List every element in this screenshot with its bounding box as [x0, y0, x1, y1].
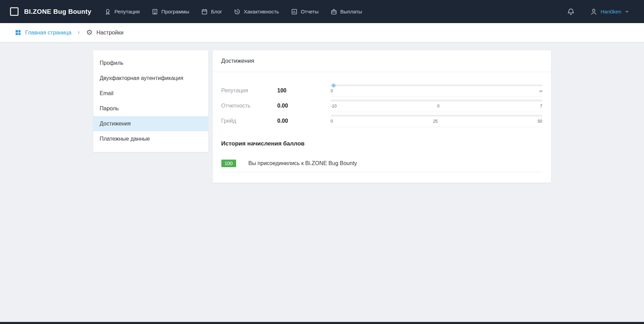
tick-max: 7	[540, 104, 542, 109]
sidebar-item-profile[interactable]: Профиль	[93, 55, 208, 71]
metric-row-reporting: Отчетность 0.00 -10 0 7	[221, 99, 542, 113]
metric-row-grade: Грейд 0.00 0 25 50	[221, 114, 542, 128]
tick-min: 0	[331, 89, 333, 93]
settings-container: Профиль Двухфакторная аутентификация Ema…	[93, 50, 551, 183]
metric-value: 0.00	[277, 103, 331, 109]
breadcrumb-home-link[interactable]: Главная страница	[15, 29, 71, 36]
panel-body: Репутация 100 0 ∞	[213, 72, 551, 183]
metric-label: Грейд	[221, 118, 277, 124]
sidebar-item-email[interactable]: Email	[93, 86, 208, 101]
nav-item-activity[interactable]: Хакактивность	[234, 8, 279, 15]
slider-track	[331, 100, 542, 101]
nav-item-label: Блог	[211, 9, 222, 14]
nav-item-label: Выплаты	[340, 9, 362, 14]
tick-min: -10	[331, 104, 337, 109]
metric-label: Отчетность	[221, 103, 277, 109]
panel-title: Достижения	[213, 50, 551, 72]
breadcrumb-current: ⚙ Настройки	[86, 29, 123, 36]
user-menu[interactable]: Han0ken	[590, 8, 630, 16]
slider-track	[331, 84, 542, 86]
scale-ticks: 0 ∞	[331, 89, 542, 93]
main-nav: Репутация Программы Блог Хакактивность	[104, 8, 362, 15]
reputation-scale: 0 ∞	[331, 84, 542, 97]
reports-icon	[291, 8, 298, 15]
metrics-list: Репутация 100 0 ∞	[221, 78, 542, 128]
chevron-down-icon	[624, 9, 630, 14]
slider-track	[331, 115, 542, 117]
nav-item-programs[interactable]: Программы	[151, 8, 189, 15]
blog-icon	[201, 8, 208, 15]
slider-thumb	[331, 83, 335, 87]
nav-item-payouts[interactable]: Выплаты	[330, 8, 362, 15]
nav-item-blog[interactable]: Блог	[201, 8, 222, 15]
metric-value: 0.00	[277, 118, 331, 124]
brand-title: BI.ZONE Bug Bounty	[24, 8, 91, 16]
metric-value: 100	[277, 88, 331, 94]
sidebar-item-two-factor[interactable]: Двухфакторная аутентификация	[93, 71, 208, 86]
history-entry-text: Вы присоединились к Bi.ZONE Bug Bounty	[249, 160, 357, 166]
nav-item-label: Репутация	[114, 9, 139, 14]
sidebar-item-payment-data[interactable]: Платежные данные	[93, 131, 208, 146]
payouts-icon	[330, 8, 337, 15]
breadcrumb-separator-icon	[77, 31, 81, 34]
sidebar-item-password[interactable]: Пароль	[93, 101, 208, 116]
metric-row-reputation: Репутация 100 0 ∞	[221, 84, 542, 98]
user-icon	[590, 8, 598, 16]
reporting-scale: -10 0 7	[331, 100, 542, 112]
programs-icon	[151, 8, 158, 15]
reputation-icon	[104, 8, 111, 15]
navbar-right: Han0ken	[567, 8, 630, 16]
history-entry: 100 Вы присоединились к Bi.ZONE Bug Boun…	[221, 160, 542, 172]
breadcrumb-home-label: Главная страница	[25, 30, 71, 36]
brand-home-link[interactable]: BI.ZONE Bug Bounty	[9, 6, 91, 17]
nav-item-reports[interactable]: Отчеты	[291, 8, 319, 15]
notifications-bell-icon[interactable]	[567, 8, 575, 16]
breadcrumb-current-label: Настройки	[96, 30, 123, 36]
grade-scale: 0 25 50	[331, 115, 542, 127]
scale-ticks: 0 25 50	[331, 119, 542, 124]
tick-max: ∞	[539, 89, 542, 93]
footer-strip	[0, 322, 644, 324]
page: BI.ZONE Bug Bounty Репутация Программы Б…	[0, 0, 644, 324]
gear-icon: ⚙	[86, 29, 93, 36]
tick-mid: 0	[437, 104, 440, 109]
nav-item-reputation[interactable]: Репутация	[104, 8, 139, 15]
bizone-logo-icon	[9, 6, 20, 17]
tick-min: 0	[331, 119, 333, 124]
nav-item-label: Отчеты	[301, 9, 319, 14]
sidebar-item-achievements[interactable]: Достижения	[93, 116, 208, 131]
activity-icon	[234, 8, 241, 15]
achievements-panel: Достижения Репутация 100 0	[213, 50, 551, 183]
tick-mid: 25	[433, 119, 437, 124]
points-badge: 100	[221, 160, 236, 167]
scale-ticks: -10 0 7	[331, 104, 542, 109]
username: Han0ken	[601, 9, 621, 14]
main-content: Профиль Двухфакторная аутентификация Ema…	[0, 42, 644, 322]
nav-item-label: Программы	[161, 9, 189, 14]
top-navbar: BI.ZONE Bug Bounty Репутация Программы Б…	[0, 0, 644, 23]
metric-label: Репутация	[221, 88, 277, 94]
history-title: История начисления баллов	[221, 140, 542, 147]
tick-max: 50	[538, 119, 542, 124]
settings-sidebar: Профиль Двухфакторная аутентификация Ema…	[93, 50, 208, 152]
dashboard-grid-icon	[15, 29, 21, 36]
breadcrumb: Главная страница ⚙ Настройки	[0, 23, 644, 42]
nav-item-label: Хакактивность	[244, 9, 279, 14]
